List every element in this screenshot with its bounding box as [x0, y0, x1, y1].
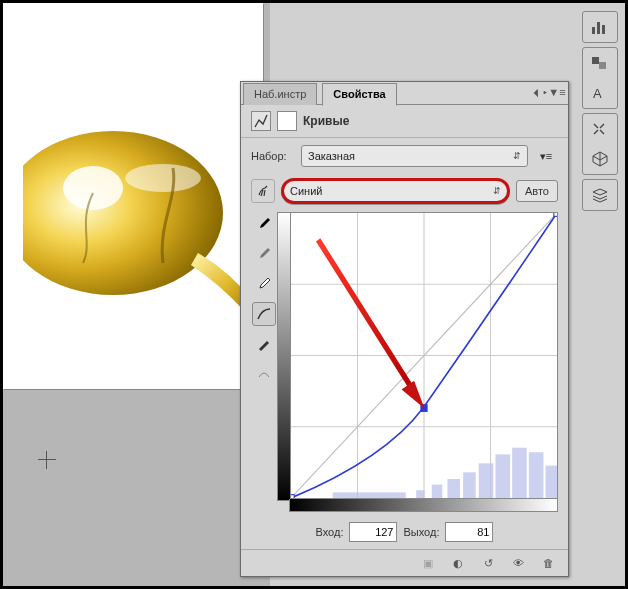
- svg-rect-25: [597, 22, 600, 34]
- output-value-field[interactable]: [445, 522, 493, 542]
- svg-point-0: [23, 131, 223, 295]
- svg-rect-16: [512, 448, 527, 498]
- svg-rect-17: [529, 452, 544, 498]
- document-canvas[interactable]: [3, 3, 263, 389]
- smooth-tool-icon[interactable]: [252, 362, 276, 386]
- mask-icon[interactable]: [277, 111, 297, 131]
- chevron-down-icon: ⇵: [513, 151, 521, 161]
- svg-rect-13: [463, 472, 476, 498]
- svg-rect-28: [599, 62, 606, 69]
- svg-rect-21: [554, 213, 557, 216]
- panel-tabs: Наб.инстр Свойства ⏴▸ ▼≡: [241, 82, 568, 105]
- svg-rect-10: [416, 490, 424, 498]
- svg-rect-19: [333, 492, 406, 498]
- eyedropper-gray-icon[interactable]: [252, 242, 276, 266]
- input-label: Вход:: [316, 526, 344, 538]
- svg-marker-23: [402, 381, 425, 409]
- svg-rect-18: [546, 466, 557, 498]
- right-toolbar: A: [579, 7, 621, 582]
- adjustment-icon[interactable]: [251, 111, 271, 131]
- svg-rect-15: [495, 454, 510, 498]
- color-panel-icon[interactable]: [588, 52, 612, 74]
- curves-tool-column: [251, 212, 277, 512]
- curve-point-tool-icon[interactable]: [252, 302, 276, 326]
- canvas-background: [3, 3, 270, 586]
- reset-icon[interactable]: ↺: [478, 553, 498, 573]
- clip-to-layer-icon[interactable]: ▣: [418, 553, 438, 573]
- tools-panel-icon[interactable]: [588, 118, 612, 140]
- input-ramp: [289, 499, 558, 512]
- preset-label: Набор:: [251, 150, 295, 162]
- preset-select[interactable]: Заказная ⇵: [301, 145, 528, 167]
- curves-graph[interactable]: [290, 212, 558, 499]
- trash-icon[interactable]: 🗑: [538, 553, 558, 573]
- targeted-adjustment-icon[interactable]: [251, 179, 275, 203]
- tab-tool-presets[interactable]: Наб.инстр: [243, 83, 317, 105]
- channel-value: Синий: [290, 185, 322, 197]
- auto-button[interactable]: Авто: [516, 180, 558, 202]
- eyedropper-white-icon[interactable]: [252, 272, 276, 296]
- view-previous-icon[interactable]: ◐: [448, 553, 468, 573]
- panel-collapse-icon[interactable]: ⏴▸: [532, 85, 546, 99]
- spoon-image: [23, 123, 253, 313]
- 3d-panel-icon[interactable]: [588, 148, 612, 170]
- svg-point-1: [63, 166, 123, 210]
- tab-properties[interactable]: Свойства: [322, 83, 396, 106]
- histogram-panel-icon[interactable]: [588, 16, 612, 38]
- svg-rect-20: [291, 495, 294, 498]
- svg-rect-27: [592, 57, 599, 64]
- pencil-tool-icon[interactable]: [252, 332, 276, 356]
- svg-text:A: A: [593, 86, 602, 101]
- channel-select[interactable]: Синий ⇵: [281, 178, 510, 204]
- crosshair-icon: [38, 451, 56, 469]
- output-label: Выход:: [403, 526, 439, 538]
- output-ramp: [277, 212, 290, 501]
- character-panel-icon[interactable]: A: [588, 82, 612, 104]
- svg-rect-24: [592, 27, 595, 34]
- svg-rect-14: [479, 463, 494, 498]
- panel-menu-icon[interactable]: ▼≡: [550, 85, 564, 99]
- chevron-down-icon: ⇵: [493, 186, 501, 196]
- preset-menu-icon[interactable]: ▾≡: [534, 144, 558, 168]
- svg-point-2: [125, 164, 201, 192]
- panel-title: Кривые: [303, 114, 349, 128]
- visibility-icon[interactable]: 👁: [508, 553, 528, 573]
- properties-panel: Наб.инстр Свойства ⏴▸ ▼≡ Кривые Набор: З…: [240, 81, 569, 577]
- panel-footer: ▣ ◐ ↺ 👁 🗑: [241, 549, 568, 576]
- layers-panel-icon[interactable]: [588, 184, 612, 206]
- preset-value: Заказная: [308, 150, 355, 162]
- eyedropper-black-icon[interactable]: [252, 212, 276, 236]
- svg-rect-26: [602, 25, 605, 34]
- svg-rect-11: [432, 485, 442, 498]
- svg-rect-12: [447, 479, 460, 498]
- input-value-field[interactable]: [349, 522, 397, 542]
